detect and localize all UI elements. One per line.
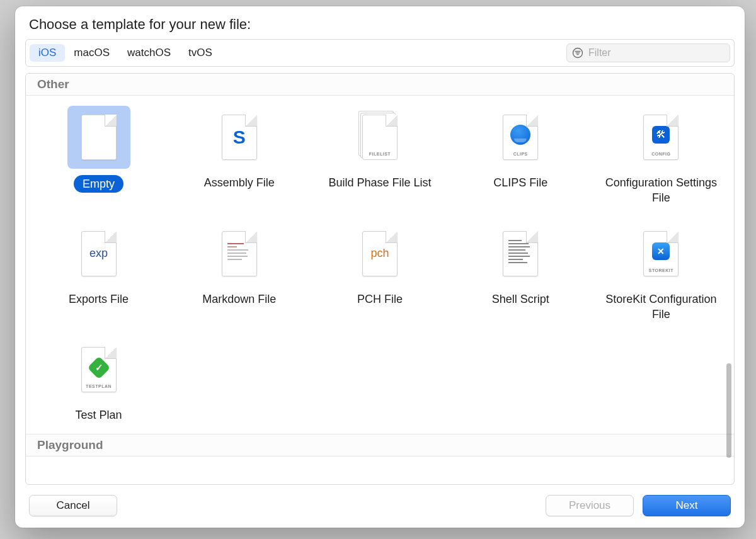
platform-tab-macos[interactable]: macOS bbox=[65, 44, 118, 62]
new-file-template-dialog: Choose a template for your new file: iOS… bbox=[15, 6, 745, 528]
template-shell-script[interactable]: Shell Script bbox=[450, 218, 591, 322]
template-test-plan[interactable]: ✓ TESTPLAN Test Plan bbox=[28, 334, 169, 423]
assembly-file-icon: S bbox=[208, 106, 271, 169]
testplan-file-icon: ✓ TESTPLAN bbox=[67, 338, 130, 401]
template-label: Shell Script bbox=[492, 292, 549, 307]
shell-script-icon bbox=[489, 222, 552, 285]
template-clips-file[interactable]: CLIPS CLIPS File bbox=[450, 102, 591, 206]
template-label: Empty bbox=[74, 175, 123, 193]
template-pch-file[interactable]: pch PCH File bbox=[309, 218, 450, 322]
templates-grid-other: Empty S Assembly File FILELIST Build Pha… bbox=[26, 96, 734, 434]
template-label: Markdown File bbox=[202, 292, 276, 307]
template-exports-file[interactable]: exp Exports File bbox=[28, 218, 169, 322]
cancel-button[interactable]: Cancel bbox=[29, 495, 117, 516]
next-button[interactable]: Next bbox=[643, 495, 731, 516]
template-content-area: Other Empty S Assembly File bbox=[25, 73, 735, 485]
platform-tab-watchos[interactable]: watchOS bbox=[118, 44, 180, 62]
section-header-playground: Playground bbox=[26, 434, 734, 457]
template-label: Assembly File bbox=[204, 175, 275, 190]
empty-file-icon bbox=[67, 106, 130, 169]
section-header-other: Other bbox=[26, 74, 734, 96]
template-build-phase-file-list[interactable]: FILELIST Build Phase File List bbox=[309, 102, 450, 206]
scrollbar-vertical[interactable] bbox=[726, 363, 731, 458]
platform-tab-tvos[interactable]: tvOS bbox=[180, 44, 221, 62]
clips-file-icon: CLIPS bbox=[489, 106, 552, 169]
filter-icon bbox=[572, 47, 583, 59]
markdown-file-icon bbox=[208, 222, 271, 285]
filelist-icon: FILELIST bbox=[348, 106, 411, 169]
platform-bar: iOS macOS watchOS tvOS bbox=[25, 39, 735, 67]
template-markdown-file[interactable]: Markdown File bbox=[169, 218, 309, 322]
template-label: StoreKit Configuration File bbox=[598, 292, 724, 322]
template-label: Exports File bbox=[69, 292, 129, 307]
template-label: Build Phase File List bbox=[328, 175, 431, 190]
platform-tab-ios[interactable]: iOS bbox=[30, 44, 65, 62]
exports-file-icon: exp bbox=[67, 222, 130, 285]
template-label: Test Plan bbox=[76, 407, 122, 423]
config-file-icon: 🛠 CONFIG bbox=[629, 106, 692, 169]
template-config-settings[interactable]: 🛠 CONFIG Configuration Settings File bbox=[591, 102, 731, 206]
template-storekit-config[interactable]: ✕ STOREKIT StoreKit Configuration File bbox=[591, 218, 731, 322]
template-label: PCH File bbox=[357, 292, 403, 307]
template-empty[interactable]: Empty bbox=[28, 102, 169, 206]
filter-field[interactable] bbox=[566, 43, 730, 62]
dialog-button-bar: Cancel Previous Next bbox=[15, 485, 745, 528]
template-scroll-pane[interactable]: Other Empty S Assembly File bbox=[26, 74, 734, 484]
platform-tabs: iOS macOS watchOS tvOS bbox=[30, 44, 221, 62]
dialog-title: Choose a template for your new file: bbox=[15, 6, 745, 39]
storekit-file-icon: ✕ STOREKIT bbox=[629, 222, 692, 285]
pch-file-icon: pch bbox=[348, 222, 411, 285]
filter-input[interactable] bbox=[588, 47, 724, 59]
template-label: CLIPS File bbox=[493, 175, 547, 190]
previous-button[interactable]: Previous bbox=[546, 495, 634, 516]
template-assembly-file[interactable]: S Assembly File bbox=[169, 102, 309, 206]
template-label: Configuration Settings File bbox=[598, 175, 724, 206]
